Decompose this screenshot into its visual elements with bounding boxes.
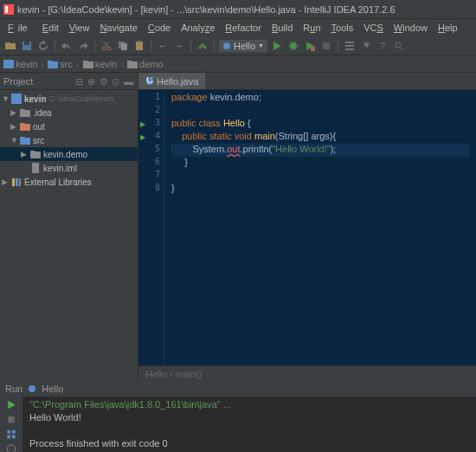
debug-icon[interactable] xyxy=(286,39,300,53)
svg-text:C: C xyxy=(146,77,153,85)
svg-point-17 xyxy=(396,42,401,48)
tree-item[interactable]: ▼ src xyxy=(0,133,138,147)
line-gutter: 1 2 ▶3 ▶4 5 6 7 8 xyxy=(138,90,164,365)
menu-navigate[interactable]: Navigate xyxy=(95,21,141,35)
menu-vcs[interactable]: VCS xyxy=(359,21,388,35)
build-icon[interactable] xyxy=(196,39,209,53)
tree-item[interactable]: ▶ .idea xyxy=(0,106,138,119)
svg-rect-23 xyxy=(19,178,21,186)
menu-help[interactable]: Help xyxy=(434,21,462,35)
project-tree: ▼ kevin G:\IdeaCode\kevin ▶ .idea ▶ out … xyxy=(0,90,138,190)
expand-arrow-icon[interactable]: ▶ xyxy=(21,150,28,158)
folder-icon xyxy=(20,135,30,145)
structure-icon[interactable] xyxy=(343,39,357,53)
hide-icon[interactable]: ▬ xyxy=(124,76,134,87)
paste-icon[interactable] xyxy=(132,39,146,53)
settings-icon[interactable]: ⚙ xyxy=(100,76,110,87)
stop-icon[interactable] xyxy=(5,414,17,425)
app-icon xyxy=(3,4,14,15)
class-icon xyxy=(222,42,231,50)
coverage-icon[interactable] xyxy=(303,39,317,53)
separator xyxy=(55,40,55,52)
svg-rect-7 xyxy=(121,43,127,50)
svg-rect-18 xyxy=(3,60,14,68)
panel-header: Project ⊟ ⊕ ⚙ ⊙ ▬ xyxy=(0,73,138,90)
settings-icon[interactable] xyxy=(359,39,373,53)
breadcrumb-item[interactable]: demo xyxy=(127,59,164,69)
redo-icon[interactable] xyxy=(76,39,90,53)
forward-icon[interactable]: → xyxy=(172,39,186,53)
svg-rect-19 xyxy=(11,94,22,104)
svg-rect-9 xyxy=(138,41,141,42)
pin-icon[interactable] xyxy=(5,443,17,452)
svg-point-11 xyxy=(290,42,297,49)
search-icon[interactable] xyxy=(392,39,406,53)
svg-rect-22 xyxy=(16,178,18,186)
module-icon xyxy=(11,94,22,104)
tree-item[interactable]: ▶ out xyxy=(0,119,138,133)
expand-arrow-icon[interactable]: ▶ xyxy=(10,108,17,117)
svg-rect-21 xyxy=(12,178,15,186)
menu-code[interactable]: Code xyxy=(144,21,175,35)
refresh-icon[interactable] xyxy=(36,39,50,53)
project-panel: Project ⊟ ⊕ ⚙ ⊙ ▬ ▼ kevin G:\IdeaCode\ke… xyxy=(0,73,138,381)
run-icon[interactable] xyxy=(270,39,284,53)
cut-icon[interactable] xyxy=(100,39,113,53)
expand-arrow-icon[interactable]: ▶ xyxy=(10,122,17,131)
rerun-icon[interactable] xyxy=(5,399,17,410)
breadcrumb-item[interactable]: kevin xyxy=(3,59,38,69)
menubar: File Edit View Navigate Code Analyze Ref… xyxy=(0,19,476,36)
menu-analyze[interactable]: Analyze xyxy=(177,21,219,35)
separator xyxy=(151,40,151,52)
menu-window[interactable]: Window xyxy=(389,21,432,35)
expand-icon[interactable]: ⊕ xyxy=(87,76,98,87)
svg-rect-20 xyxy=(32,163,39,173)
svg-rect-12 xyxy=(311,47,315,51)
stop-icon[interactable] xyxy=(319,39,333,53)
chevron-icon: › xyxy=(42,59,45,69)
back-icon[interactable]: ← xyxy=(156,39,170,53)
class-icon: C xyxy=(145,77,154,86)
expand-arrow-icon[interactable]: ▼ xyxy=(2,94,9,103)
folder-icon xyxy=(127,60,138,68)
open-icon[interactable] xyxy=(3,39,17,53)
breadcrumb-item[interactable]: kevin xyxy=(83,59,118,69)
separator xyxy=(94,40,95,52)
run-panel-header: Run Hello xyxy=(0,381,476,397)
breadcrumb-item[interactable]: src xyxy=(48,59,73,69)
menu-run[interactable]: Run xyxy=(299,21,325,35)
save-icon[interactable] xyxy=(20,39,34,53)
code-area[interactable]: package kevin.demo; public class Hello {… xyxy=(164,90,476,365)
copy-icon[interactable] xyxy=(116,39,130,53)
menu-file[interactable]: File xyxy=(3,21,36,35)
run-tab-label[interactable]: Run xyxy=(5,384,23,394)
folder-icon xyxy=(83,60,93,68)
svg-rect-27 xyxy=(8,416,14,423)
tab-hello[interactable]: C Hello.java xyxy=(138,73,205,89)
expand-arrow-icon[interactable]: ▶ xyxy=(2,178,9,186)
menu-refactor[interactable]: Refactor xyxy=(221,21,266,35)
menu-view[interactable]: View xyxy=(65,21,94,35)
scroll-icon[interactable]: ⊙ xyxy=(112,76,122,87)
svg-rect-8 xyxy=(136,42,143,50)
tree-item-selected[interactable]: ▶ kevin.demo xyxy=(0,147,138,161)
run-config-selector[interactable]: Hello ▼ xyxy=(219,40,267,52)
tree-item[interactable]: ▶ External Libraries xyxy=(0,175,138,189)
separator xyxy=(190,40,191,52)
tree-item[interactable]: kevin.iml xyxy=(0,161,138,175)
menu-build[interactable]: Build xyxy=(267,21,297,35)
run-config-label: Hello xyxy=(234,41,255,51)
restart-icon[interactable] xyxy=(5,429,17,440)
window-title: kevin - [G:\IdeaCode\kevin] - [kevin] - … xyxy=(17,4,396,15)
svg-rect-28 xyxy=(7,430,10,434)
chevron-down-icon: ▼ xyxy=(258,42,264,48)
menu-edit[interactable]: Edit xyxy=(38,21,63,35)
run-gutter-icon[interactable]: ▶ xyxy=(140,133,145,141)
help-icon[interactable]: ? xyxy=(376,39,389,53)
expand-arrow-icon[interactable]: ▼ xyxy=(10,136,17,145)
run-gutter-icon[interactable]: ▶ xyxy=(140,120,145,128)
collapse-icon[interactable]: ⊟ xyxy=(75,76,86,87)
undo-icon[interactable] xyxy=(60,39,74,53)
tree-root[interactable]: ▼ kevin G:\IdeaCode\kevin xyxy=(0,92,138,106)
menu-tools[interactable]: Tools xyxy=(327,21,358,35)
